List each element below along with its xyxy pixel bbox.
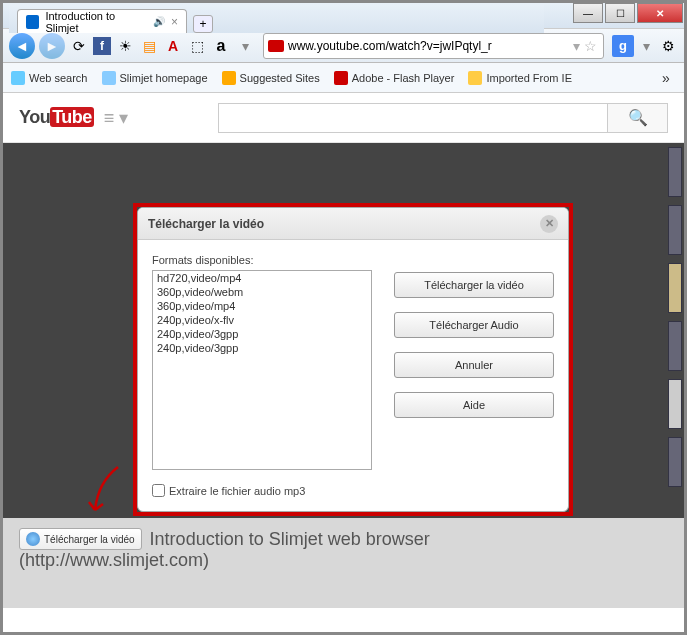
youtube-logo[interactable]: YouTube xyxy=(19,107,94,128)
adblock-icon[interactable]: A xyxy=(163,36,183,56)
video-player-area: Télécharger la vidéo ✕ Formats disponibl… xyxy=(3,143,684,518)
rss-icon[interactable]: ▤ xyxy=(139,36,159,56)
adobe-icon xyxy=(334,71,348,85)
download-video-page-button[interactable]: Télécharger la vidéo xyxy=(19,528,142,550)
dialog-title: Télécharger la vidéo xyxy=(148,217,264,231)
chevron-down-icon[interactable]: ▾ xyxy=(573,38,580,54)
search-dropdown-icon[interactable]: ▾ xyxy=(636,36,656,56)
bookmark-suggested[interactable]: Suggested Sites xyxy=(222,71,320,85)
translate-icon[interactable]: ⬚ xyxy=(187,36,207,56)
formats-listbox[interactable]: hd720,video/mp4 360p,video/webm 360p,vid… xyxy=(152,270,372,470)
bookmark-web-search[interactable]: Web search xyxy=(11,71,88,85)
format-option[interactable]: 240p,video/x-flv xyxy=(153,313,371,327)
thumb-item[interactable] xyxy=(668,205,682,255)
extension-icon[interactable]: ⚙ xyxy=(658,36,678,56)
maximize-button[interactable]: ☐ xyxy=(605,3,635,23)
bookmarks-bar: Web search Slimjet homepage Suggested Si… xyxy=(3,63,684,93)
forward-button[interactable]: ► xyxy=(39,33,65,59)
format-option[interactable]: 240p,video/3gpp xyxy=(153,341,371,355)
format-option[interactable]: 360p,video/webm xyxy=(153,285,371,299)
reload-button[interactable]: ⟳ xyxy=(69,36,89,56)
format-option[interactable]: hd720,video/mp4 xyxy=(153,271,371,285)
thumb-item[interactable] xyxy=(668,437,682,487)
download-icon xyxy=(26,532,40,546)
thumb-item[interactable] xyxy=(668,263,682,313)
close-window-button[interactable]: ✕ xyxy=(637,3,683,23)
tab-close-icon[interactable]: × xyxy=(171,15,178,29)
new-tab-button[interactable]: + xyxy=(193,15,213,33)
dialog-titlebar: Télécharger la vidéo ✕ xyxy=(138,208,568,240)
url-input[interactable] xyxy=(288,39,571,53)
format-option[interactable]: 360p,video/mp4 xyxy=(153,299,371,313)
cancel-button[interactable]: Annuler xyxy=(394,352,554,378)
thumb-item[interactable] xyxy=(668,379,682,429)
minimize-button[interactable]: — xyxy=(573,3,603,23)
slimjet-icon xyxy=(102,71,116,85)
star-icon xyxy=(222,71,236,85)
download-audio-button[interactable]: Télécharger Audio xyxy=(394,312,554,338)
bookmark-adobe[interactable]: Adobe - Flash Player xyxy=(334,71,455,85)
dialog-close-button[interactable]: ✕ xyxy=(540,215,558,233)
extract-audio-checkbox[interactable] xyxy=(152,484,165,497)
bookmark-slimjet[interactable]: Slimjet homepage xyxy=(102,71,208,85)
back-button[interactable]: ◄ xyxy=(9,33,35,59)
facebook-icon[interactable]: f xyxy=(93,37,111,55)
browser-toolbar: ◄ ► ⟳ f ☀ ▤ A ⬚ a ▾ ▾ ☆ g ▾ ⚙ xyxy=(3,29,684,63)
tab-active[interactable]: Introduction to Slimjet 🔊 × xyxy=(17,9,187,33)
help-button[interactable]: Aide xyxy=(394,392,554,418)
youtube-search-input[interactable] xyxy=(218,103,608,133)
youtube-header: YouTube ≡ ▾ 🔍 xyxy=(3,93,684,143)
download-video-button[interactable]: Télécharger la vidéo xyxy=(394,272,554,298)
bookmark-imported[interactable]: Imported From IE xyxy=(468,71,572,85)
dropdown-icon[interactable]: ▾ xyxy=(235,36,255,56)
thumb-item[interactable] xyxy=(668,321,682,371)
formats-label: Formats disponibles: xyxy=(152,254,382,266)
site-icon xyxy=(268,40,284,52)
sidebar-thumbs xyxy=(668,147,682,522)
address-bar[interactable]: ▾ ☆ xyxy=(263,33,604,59)
thumb-item[interactable] xyxy=(668,147,682,197)
guide-button[interactable]: ≡ ▾ xyxy=(104,107,129,129)
extract-audio-label: Extraire le fichier audio mp3 xyxy=(169,485,305,497)
globe-icon xyxy=(11,71,25,85)
google-search-icon[interactable]: g xyxy=(612,35,634,57)
dialog-footer: Extraire le fichier audio mp3 xyxy=(138,484,568,511)
dialog-highlight: Télécharger la vidéo ✕ Formats disponibl… xyxy=(133,203,573,516)
bookmarks-overflow-icon[interactable]: » xyxy=(656,68,676,88)
audio-icon[interactable]: 🔊 xyxy=(153,16,165,27)
download-dialog: Télécharger la vidéo ✕ Formats disponibl… xyxy=(137,207,569,512)
folder-icon xyxy=(468,71,482,85)
video-title: Introduction to Slimjet web browser xyxy=(150,529,430,550)
bookmark-star-icon[interactable]: ☆ xyxy=(584,38,597,54)
favicon-icon xyxy=(26,15,39,29)
youtube-search-button[interactable]: 🔍 xyxy=(608,103,668,133)
browser-window: — ☐ ✕ Introduction to Slimjet 🔊 × + ◄ ► … xyxy=(0,0,687,635)
amazon-icon[interactable]: a xyxy=(211,36,231,56)
tab-bar: Introduction to Slimjet 🔊 × + xyxy=(9,5,544,33)
video-url: (http://www.slimjet.com) xyxy=(19,550,668,571)
page-content: YouTube ≡ ▾ 🔍 Télécharger la vidéo xyxy=(3,93,684,608)
tab-title: Introduction to Slimjet xyxy=(45,10,147,34)
video-info-bar: Télécharger la vidéo Introduction to Sli… xyxy=(3,518,684,608)
weather-icon[interactable]: ☀ xyxy=(115,36,135,56)
format-option[interactable]: 240p,video/3gpp xyxy=(153,327,371,341)
